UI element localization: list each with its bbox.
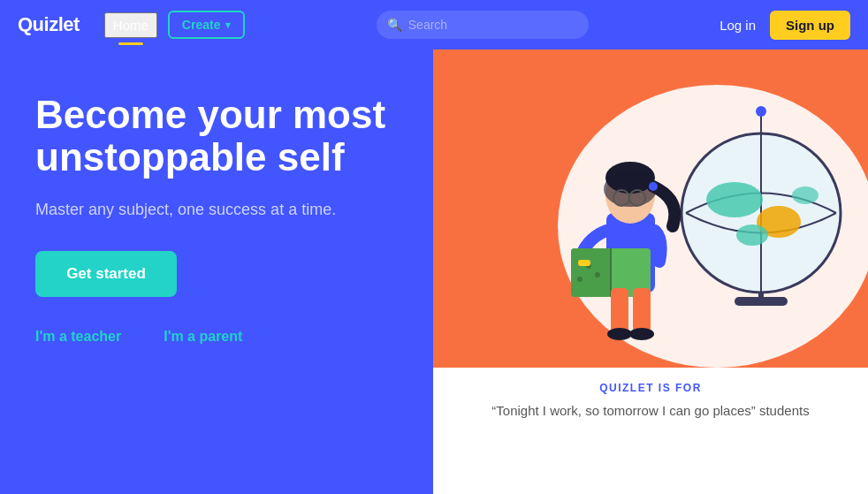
get-started-button[interactable]: Get started [35, 251, 177, 297]
svg-rect-1 [735, 297, 788, 306]
svg-rect-20 [571, 248, 611, 297]
search-input[interactable] [377, 11, 589, 39]
nav-right: Log in Sign up [720, 11, 850, 40]
logo-text: Quizlet [18, 13, 80, 35]
svg-point-8 [792, 186, 819, 204]
quizlet-is-for-label: QUIZLET IS FOR [599, 382, 702, 394]
navbar: Quizlet Home Create ▾ 🔍 Log in Sign up [0, 0, 868, 49]
svg-point-23 [595, 272, 600, 277]
svg-point-5 [706, 182, 763, 217]
svg-rect-26 [633, 288, 651, 332]
svg-point-7 [736, 224, 768, 246]
logo[interactable]: Quizlet [18, 13, 80, 36]
login-button[interactable]: Log in [720, 18, 756, 33]
hero-subtitle: Master any subject, one success at a tim… [35, 201, 398, 219]
teacher-link[interactable]: I'm a teacher [35, 329, 121, 345]
illustration-area [433, 49, 868, 368]
svg-point-27 [607, 328, 632, 340]
chevron-down-icon: ▾ [225, 19, 231, 31]
testimonial-text: “Tonight I work, so tomorrow I can go pl… [491, 401, 809, 420]
svg-point-24 [577, 277, 582, 282]
svg-rect-29 [578, 260, 590, 266]
hero-illustration [433, 49, 868, 368]
search-bar: 🔍 [263, 11, 702, 39]
create-button[interactable]: Create ▾ [168, 11, 246, 39]
left-panel: Become your most unstoppable self Master… [0, 49, 433, 494]
signup-button[interactable]: Sign up [770, 11, 850, 40]
main-container: Become your most unstoppable self Master… [0, 49, 868, 494]
create-label: Create [182, 18, 221, 32]
bottom-panel: QUIZLET IS FOR “Tonight I work, so tomor… [433, 368, 868, 494]
svg-point-28 [629, 328, 654, 340]
teacher-parent-links: I'm a teacher I'm a parent [35, 329, 398, 345]
svg-point-10 [756, 106, 766, 117]
home-nav-button[interactable]: Home [104, 12, 157, 38]
search-icon: 🔍 [387, 18, 402, 32]
svg-point-15 [649, 182, 658, 191]
svg-rect-25 [611, 288, 628, 332]
right-panel: QUIZLET IS FOR “Tonight I work, so tomor… [433, 49, 868, 494]
hero-title: Become your most unstoppable self [35, 94, 398, 179]
parent-link[interactable]: I'm a parent [164, 329, 242, 345]
